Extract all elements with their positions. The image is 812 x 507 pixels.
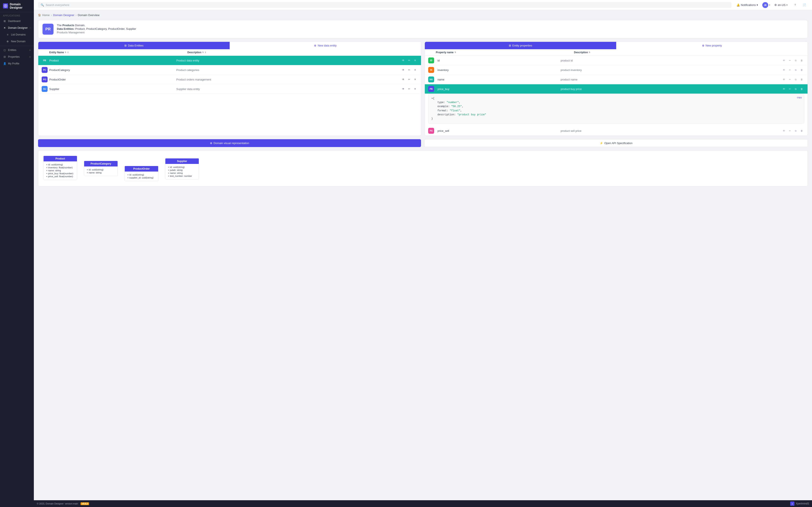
copy-prop-button[interactable]: ⧉ bbox=[793, 77, 798, 82]
view-prop-button[interactable]: 👁 bbox=[781, 67, 786, 72]
table-row[interactable]: SU Supplier Supplier data entity 👁 ✏ ✕ bbox=[38, 84, 421, 94]
prop-icon: ID bbox=[428, 57, 434, 63]
plus-circle-icon: ⊕ bbox=[314, 44, 316, 47]
prop-icon: NA bbox=[428, 76, 434, 82]
delete-entity-button[interactable]: ✕ bbox=[413, 77, 418, 82]
delete-prop-button[interactable]: 🗑 bbox=[799, 128, 804, 133]
sidebar-item-label: New Domain bbox=[11, 40, 26, 43]
sidebar-item-label: List Domains bbox=[11, 33, 26, 36]
delete-entity-button[interactable]: ✕ bbox=[413, 58, 418, 63]
entity-icon: PR bbox=[42, 57, 48, 63]
copy-prop-button[interactable]: ⧉ bbox=[793, 67, 798, 72]
sidebar-item-properties[interactable]: ⊟ Properties + bbox=[0, 53, 34, 60]
entity-desc-cell: Product categories bbox=[176, 68, 401, 72]
view-prop-button[interactable]: 👁 bbox=[781, 128, 786, 133]
new-data-entity-button[interactable]: ⊕ New data entity bbox=[230, 42, 421, 49]
visual-representation-button[interactable]: ⊕ Domain visual representation bbox=[38, 139, 421, 147]
copy-prop-button[interactable]: ⧉ bbox=[793, 128, 798, 133]
view-entity-button[interactable]: 👁 bbox=[401, 58, 406, 63]
entity-desc-text: Product data entity bbox=[176, 59, 199, 62]
search-bar[interactable]: 🔍 Search everywhere bbox=[38, 2, 731, 8]
view-entity-button[interactable]: 👁 bbox=[401, 87, 406, 92]
entity-props-panel-header: ⊞ Entity properties ⊕ New property bbox=[425, 42, 808, 49]
property-row[interactable]: ID id product id 👁 ✏ ⧉ 🗑 bbox=[425, 56, 808, 65]
language-selector[interactable]: ⚙ en-US ▾ bbox=[773, 3, 789, 7]
app-logo-text: Domain Designer bbox=[10, 3, 31, 9]
edit-prop-button[interactable]: ✏ bbox=[787, 58, 792, 63]
property-row[interactable]: IN inventory product inventory 👁 ✏ ⧉ 🗑 bbox=[425, 65, 808, 75]
app-logo-icon bbox=[3, 3, 8, 9]
edit-prop-button[interactable]: ✏ bbox=[787, 67, 792, 72]
entity-desc-cell: Supplier data entity bbox=[176, 88, 401, 91]
header-right: 🔔 Notifications ▾ JE ▾ ⚙ en-US ▾ ? 📄 bbox=[735, 2, 808, 8]
edit-entity-button[interactable]: ✏ bbox=[407, 67, 412, 72]
openapi-spec-button[interactable]: ⚡ Open API Specification bbox=[424, 139, 808, 147]
diagram-field: + price_buy: float(number) bbox=[46, 172, 74, 175]
properties-add-icon[interactable]: + bbox=[29, 55, 31, 59]
docs-button[interactable]: 📄 bbox=[801, 2, 808, 8]
sidebar-item-entities[interactable]: ◻ Entities + bbox=[0, 47, 34, 53]
entity-properties-tab[interactable]: ⊞ Entity properties bbox=[425, 42, 616, 49]
view-prop-button[interactable]: 👁 bbox=[781, 58, 786, 63]
delete-entity-button[interactable]: ✕ bbox=[413, 67, 418, 72]
sidebar-item-my-profile[interactable]: 👤 My Profile bbox=[0, 60, 34, 67]
delete-prop-button[interactable]: 🗑 bbox=[799, 67, 804, 72]
json-preview: copy ▾{ type: "number", example: "50.25"… bbox=[428, 94, 804, 124]
copy-prop-button[interactable]: ⧉ bbox=[793, 58, 798, 63]
table-row[interactable]: PO ProductOrder Product orders managemen… bbox=[38, 75, 421, 84]
domain-title-bold: Products bbox=[62, 24, 74, 27]
bottom-action-buttons: ⊕ Domain visual representation ⚡ Open AP… bbox=[38, 139, 808, 147]
view-entity-button[interactable]: 👁 bbox=[401, 77, 406, 82]
props-table-header: Property name ⇅ Description ⇅ bbox=[425, 49, 808, 56]
table-row[interactable]: PR Product Product data entity 👁 ✏ ✕ bbox=[38, 56, 421, 65]
prop-name-cell: IN inventory bbox=[428, 67, 561, 73]
sidebar-item-new-domain[interactable]: ⊕ New Domain bbox=[0, 38, 34, 45]
table-row[interactable]: PC ProductCategory Product categories 👁 … bbox=[38, 65, 421, 75]
sidebar-item-domain-designer[interactable]: ✕ Domain Designer − bbox=[0, 24, 34, 31]
prop-icon: PS bbox=[428, 128, 434, 134]
language-label: en-US bbox=[778, 3, 785, 7]
entity-row-actions: 👁 ✏ ✕ bbox=[401, 58, 418, 63]
property-row[interactable]: NA name product name 👁 ✏ ⧉ 🗑 bbox=[425, 75, 808, 84]
home-icon: 🏠 bbox=[38, 14, 41, 16]
sidebar-item-dashboard[interactable]: ⊞ Dashboard bbox=[0, 18, 34, 24]
delete-prop-button[interactable]: 🗑 bbox=[799, 58, 804, 63]
breadcrumb-home[interactable]: Home bbox=[42, 13, 50, 17]
view-prop-button[interactable]: 👁 bbox=[781, 77, 786, 82]
data-entities-tab[interactable]: ⊞ Data Entities bbox=[38, 42, 230, 49]
edit-prop-button[interactable]: ✏ bbox=[787, 128, 792, 133]
edit-entity-button[interactable]: ✏ bbox=[407, 87, 412, 92]
copy-prop-button[interactable]: ⧉ bbox=[793, 87, 798, 92]
user-menu[interactable]: JE ▾ bbox=[762, 2, 770, 8]
breadcrumb-domain-designer[interactable]: Domain Designer bbox=[53, 13, 74, 17]
copy-json-button[interactable]: copy bbox=[797, 96, 802, 100]
view-entity-button[interactable]: 👁 bbox=[401, 67, 406, 72]
sidebar-item-list-domains[interactable]: ≡ List Domains bbox=[0, 31, 34, 38]
link-icon: ⊕ bbox=[210, 142, 212, 145]
delete-prop-button[interactable]: 🗑 bbox=[799, 87, 804, 92]
diagram-entity-body: + id: uuid(string) + name: string bbox=[84, 166, 117, 176]
diagram-field: + name: string bbox=[168, 172, 196, 174]
col-prop-desc: Description ⇅ bbox=[574, 51, 804, 54]
new-property-button[interactable]: ⊕ New property bbox=[616, 42, 808, 49]
diagram-field: + supplier_id: uuid(string) bbox=[127, 176, 156, 179]
diagram-field: + inventory: float(number) bbox=[46, 166, 74, 169]
edit-entity-button[interactable]: ✏ bbox=[407, 58, 412, 63]
view-prop-button[interactable]: 👁 bbox=[781, 87, 786, 92]
entities-add-icon[interactable]: + bbox=[29, 48, 31, 52]
entity-name-text: ProductCategory bbox=[49, 68, 70, 72]
prop-row-actions: 👁 ✏ ⧉ 🗑 bbox=[781, 77, 804, 82]
delete-entity-button[interactable]: ✕ bbox=[413, 87, 418, 92]
help-button[interactable]: ? bbox=[792, 2, 799, 8]
delete-prop-button[interactable]: 🗑 bbox=[799, 77, 804, 82]
property-row[interactable]: PB price_buy product buy price 👁 ✏ ⧉ 🗑 bbox=[425, 84, 808, 94]
edit-prop-button[interactable]: ✏ bbox=[787, 77, 792, 82]
diagram-entity-header: ProductCategory bbox=[84, 161, 117, 166]
notifications-button[interactable]: 🔔 Notifications ▾ bbox=[735, 3, 760, 7]
entity-name-cell: PO ProductOrder bbox=[42, 76, 176, 82]
property-row[interactable]: PS price_sell product sell price 👁 ✏ ⧉ 🗑 bbox=[425, 126, 808, 135]
edit-entity-button[interactable]: ✏ bbox=[407, 77, 412, 82]
edit-prop-button[interactable]: ✏ bbox=[787, 87, 792, 92]
data-entities-panel-header: ⊞ Data Entities ⊕ New data entity bbox=[38, 42, 421, 49]
prop-desc-cell: product buy price bbox=[561, 88, 781, 91]
